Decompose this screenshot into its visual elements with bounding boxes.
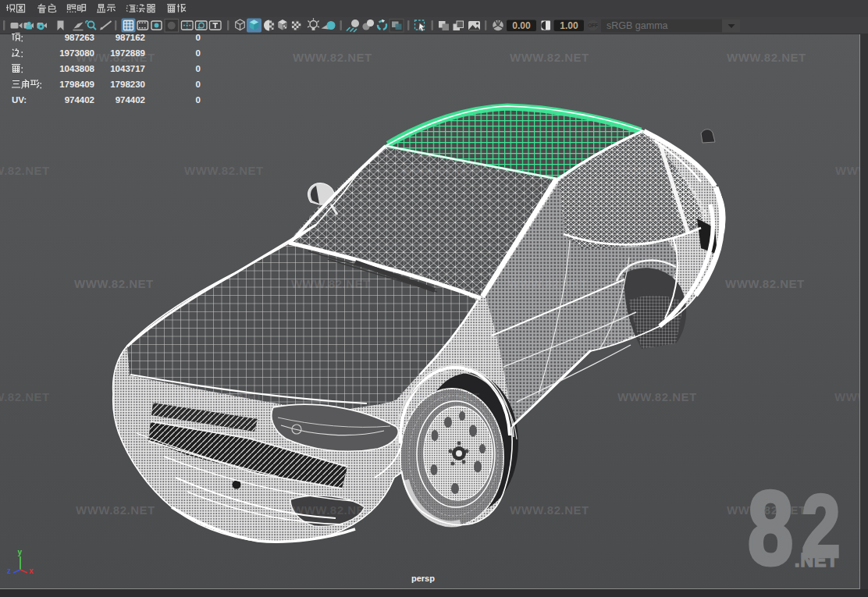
svg-text:0: 0 — [196, 80, 201, 89]
svg-text:1798230: 1798230 — [110, 80, 145, 89]
svg-text:1972889: 1972889 — [110, 48, 145, 58]
svg-text:z: z — [7, 567, 11, 575]
svg-text:1798409: 1798409 — [59, 80, 94, 89]
svg-text:0: 0 — [196, 33, 201, 42]
svg-text:974402: 974402 — [65, 95, 94, 105]
svg-text:1973080: 1973080 — [59, 48, 94, 58]
svg-text:y: y — [18, 548, 23, 556]
svg-text:0: 0 — [196, 48, 201, 58]
svg-text:0.00: 0.00 — [512, 20, 531, 31]
svg-text:1.00: 1.00 — [560, 20, 578, 31]
svg-text:987162: 987162 — [116, 33, 145, 42]
svg-text:0: 0 — [196, 95, 201, 105]
svg-text:1043717: 1043717 — [110, 64, 145, 73]
svg-text:UV:: UV: — [12, 95, 27, 105]
svg-text:1043808: 1043808 — [59, 64, 94, 73]
svg-text:987263: 987263 — [65, 33, 94, 42]
svg-text:0: 0 — [196, 64, 201, 73]
svg-text:974402: 974402 — [116, 95, 145, 105]
svg-text:OFF: OFF — [588, 23, 598, 28]
svg-text:sRGB gamma: sRGB gamma — [607, 20, 668, 31]
svg-text:x: x — [29, 567, 34, 575]
